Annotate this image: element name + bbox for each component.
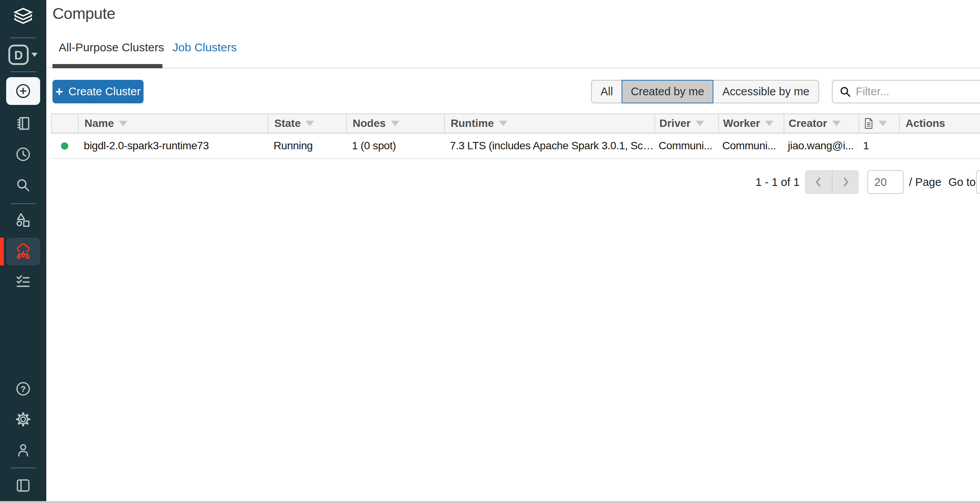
tab-all-purpose-clusters[interactable]: All-Purpose Clusters — [59, 41, 164, 54]
scope-created-by-me-button[interactable]: Created by me — [622, 80, 713, 103]
goto-page-input[interactable] — [976, 170, 980, 194]
svg-text:D: D — [14, 49, 23, 62]
workspace-d-icon: D — [8, 44, 39, 66]
filter-search-icon — [840, 86, 851, 98]
sort-caret-icon — [391, 121, 399, 126]
main-content: Compute All-Purpose Clusters Job Cluster… — [46, 0, 980, 503]
cluster-driver-cell: Communi... — [654, 140, 718, 152]
cluster-creator-cell: jiao.wang@i... — [784, 140, 858, 152]
col-worker[interactable]: Worker — [718, 114, 784, 133]
tabs-bottom-border — [46, 68, 980, 68]
sort-caret-icon — [119, 121, 127, 126]
clock-icon — [15, 146, 32, 163]
cluster-state-cell: Running — [268, 140, 346, 152]
chevron-right-icon — [842, 177, 850, 187]
notebook-icon — [15, 115, 32, 132]
create-cluster-button[interactable]: + Create Cluster — [52, 80, 144, 103]
col-actions: Actions — [899, 114, 980, 133]
workspace-switcher[interactable]: D — [0, 44, 46, 66]
next-page-button[interactable] — [832, 170, 859, 194]
compute-page: D — [0, 0, 980, 503]
create-cluster-label: Create Cluster — [68, 85, 140, 98]
sidebar-item-recents[interactable] — [0, 146, 46, 163]
scope-filter-group: All Created by me Accessible by me — [591, 80, 819, 103]
compute-cluster-icon — [14, 243, 32, 260]
databricks-logo[interactable] — [0, 5, 46, 29]
col-creator[interactable]: Creator — [784, 114, 858, 133]
cluster-row[interactable]: bigdl-2.0-spark3-runtime73 Running 1 (0 … — [51, 133, 980, 159]
panel-toggle-icon — [15, 477, 32, 494]
sidebar-divider — [10, 468, 36, 468]
col-runtime[interactable]: Runtime — [444, 114, 654, 133]
tab-job-clusters[interactable]: Job Clusters — [172, 41, 237, 54]
page-size-input[interactable] — [867, 170, 904, 194]
clusters-table: Name State Nodes Runtime Driver — [51, 113, 980, 159]
cluster-notebooks-cell: 1 — [858, 140, 899, 152]
sidebar-item-settings[interactable] — [0, 411, 46, 428]
sidebar-item-account[interactable] — [0, 442, 46, 459]
sidebar-item-data[interactable] — [0, 211, 46, 228]
sidebar-item-jobs[interactable] — [0, 273, 46, 290]
per-page-label: / Page — [909, 176, 941, 189]
gear-icon — [15, 411, 32, 428]
sidebar-divider — [10, 203, 36, 204]
col-status — [51, 114, 78, 133]
cluster-nodes-cell: 1 (0 spot) — [346, 140, 444, 152]
plus-circle-icon — [15, 83, 32, 100]
databricks-logo-icon — [11, 5, 35, 29]
svg-text:?: ? — [20, 384, 25, 394]
checklist-icon — [15, 273, 32, 290]
sidebar-item-create[interactable] — [6, 77, 40, 105]
pagination-range: 1 - 1 of 1 — [755, 176, 799, 189]
col-nodes[interactable]: Nodes — [346, 114, 444, 133]
sidebar-item-search[interactable] — [0, 177, 46, 194]
document-icon — [864, 118, 874, 129]
cluster-runtime-cell: 7.3 LTS (includes Apache Spark 3.0.1, Sc… — [444, 140, 654, 152]
cluster-name-cell: bigdl-2.0-spark3-runtime73 — [78, 140, 268, 152]
caret-down-icon — [31, 53, 37, 57]
sidebar-item-help[interactable]: ? — [0, 380, 46, 397]
shapes-icon — [15, 211, 32, 228]
filter-search-box — [832, 80, 980, 103]
horizontal-scrollbar[interactable] — [0, 501, 980, 503]
person-icon — [15, 442, 32, 459]
active-item-indicator — [0, 238, 4, 265]
sidebar-divider — [10, 37, 36, 38]
sidebar: D — [0, 0, 46, 503]
page-title: Compute — [52, 5, 115, 23]
sidebar-item-compute[interactable] — [6, 238, 40, 265]
sort-caret-icon — [765, 121, 774, 126]
sort-caret-icon — [832, 121, 841, 126]
help-icon: ? — [15, 380, 32, 397]
scope-accessible-by-me-button[interactable]: Accessible by me — [713, 80, 819, 103]
cluster-worker-cell: Communi... — [718, 140, 784, 152]
sort-caret-icon — [499, 121, 507, 126]
cluster-name-link[interactable]: bigdl-2.0-spark3-runtime73 — [84, 140, 209, 152]
active-tab-underline — [52, 64, 162, 68]
filter-input[interactable] — [856, 85, 979, 98]
prev-page-button[interactable] — [805, 170, 832, 194]
goto-label: Go to — [948, 176, 976, 189]
sidebar-item-collapse[interactable] — [0, 477, 46, 494]
status-running-dot — [61, 142, 68, 150]
sort-caret-icon — [879, 121, 887, 126]
plus-icon: + — [56, 85, 63, 98]
cluster-status-cell — [51, 142, 78, 150]
sort-caret-icon — [696, 121, 704, 126]
sidebar-divider — [10, 71, 36, 72]
search-icon — [15, 177, 32, 194]
sidebar-item-workspace[interactable] — [0, 115, 46, 132]
scope-all-button[interactable]: All — [591, 80, 622, 103]
pagination-nav — [805, 170, 859, 194]
chevron-left-icon — [814, 177, 822, 187]
col-driver[interactable]: Driver — [654, 114, 718, 133]
table-header: Name State Nodes Runtime Driver — [51, 113, 980, 133]
col-state[interactable]: State — [268, 114, 346, 133]
col-notebooks[interactable] — [858, 114, 899, 133]
col-name[interactable]: Name — [78, 114, 268, 133]
sort-caret-icon — [306, 121, 314, 126]
